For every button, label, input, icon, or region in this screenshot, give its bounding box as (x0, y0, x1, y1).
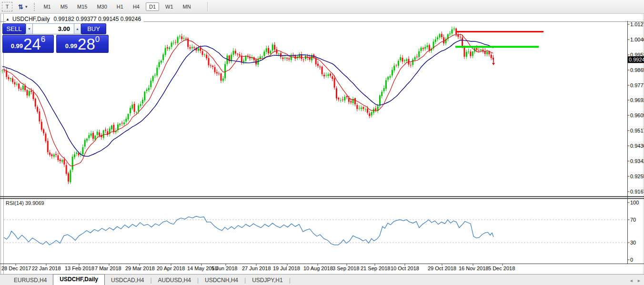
volume-decrease-icon[interactable]: ▼ (26, 23, 33, 34)
tab-usdchf-daily[interactable]: USDCHF,Daily (53, 274, 105, 285)
svg-text:22 Jan 2018: 22 Jan 2018 (32, 265, 61, 271)
tab-scroll-left-icon[interactable]: ◄ (629, 278, 634, 283)
cycle-symbols-button[interactable]: ⇅ ▾ (18, 3, 27, 10)
tab-scroll-arrows: ◄ ► (627, 278, 641, 283)
svg-text:28 Dec 2017: 28 Dec 2017 (1, 265, 31, 271)
svg-text:1.01275: 1.01275 (630, 21, 644, 27)
sell-price-prefix: 0.99 (11, 42, 23, 50)
volume-increase-icon[interactable]: ▲ (74, 23, 81, 34)
timeframe-h1[interactable]: H1 (113, 2, 127, 11)
tab-usdcnh-h4[interactable]: USDCNH,H4 (199, 276, 244, 285)
svg-text:0.92550: 0.92550 (630, 173, 644, 179)
cycle-arrows-icon: ⇅ (18, 3, 23, 10)
svg-text:30: 30 (630, 240, 636, 245)
svg-text:10 Oct 2018: 10 Oct 2018 (391, 265, 419, 271)
timeframe-toolbar: M1M5M15M30H1H4D1W1MN (39, 2, 195, 11)
svg-text:0.96050: 0.96050 (630, 112, 644, 118)
svg-text:10 Aug 2018: 10 Aug 2018 (303, 265, 333, 271)
svg-text:5 Dec 2018: 5 Dec 2018 (488, 265, 515, 271)
tab-eurusd-h4[interactable]: EURUSD,H4 (8, 276, 53, 285)
buy-price-pip: 0 (95, 36, 100, 43)
collapse-icon[interactable]: ▲ (6, 17, 10, 21)
svg-text:0.98650: 0.98650 (630, 67, 644, 73)
svg-text:0.99246: 0.99246 (629, 57, 644, 62)
sell-price-display[interactable]: 0.99 24 6 (2, 35, 54, 53)
svg-text:5 Jun 2018: 5 Jun 2018 (211, 265, 237, 271)
timeframe-m5[interactable]: M5 (57, 2, 71, 11)
svg-text:21 Sep 2018: 21 Sep 2018 (361, 265, 390, 271)
toolbar-separator (207, 2, 208, 11)
text-tool-icon[interactable]: T (2, 2, 12, 11)
tab-usdcad-h4[interactable]: USDCAD,H4 (105, 276, 150, 285)
time-axis[interactable]: 28 Dec 201722 Jan 201813 Feb 20187 Mar 2… (1, 264, 515, 272)
svg-text:0.91675: 0.91675 (630, 189, 644, 194)
svg-text:0.97775: 0.97775 (630, 82, 644, 88)
tab-usdjpy-h1[interactable]: USDJPY,H1 (246, 276, 289, 285)
svg-text:20 Apr 2018: 20 Apr 2018 (157, 265, 185, 271)
chart-tab-bar: EURUSD,H4USDCHF,DailyUSDCAD,H4|AUDUSD,H4… (0, 274, 644, 285)
svg-text:0: 0 (630, 257, 633, 263)
tab-separator: | (289, 277, 291, 284)
svg-text:1.00400: 1.00400 (630, 37, 644, 42)
rsi-indicator-label: RSI(14) 39.9069 (6, 200, 44, 206)
buy-price-main: 28 (78, 37, 95, 51)
svg-text:29 Oct 2018: 29 Oct 2018 (428, 265, 456, 271)
timeframe-m1[interactable]: M1 (40, 2, 54, 11)
svg-text:70: 70 (630, 217, 636, 223)
tab-scroll-right-icon[interactable]: ► (637, 278, 641, 283)
chart-title-bar: ▲ USDCHF,Daily 0.99182 0.99377 0.99145 0… (6, 16, 144, 22)
timeframe-m30[interactable]: M30 (93, 2, 110, 11)
svg-text:0.94300: 0.94300 (630, 143, 644, 149)
one-click-trading-panel: SELL ▼ 3.00 ▲ BUY 0.99 24 6 0.99 28 0 (2, 23, 109, 53)
sell-price-main: 24 (23, 37, 41, 51)
sell-button[interactable]: SELL (2, 23, 26, 34)
timeframe-mn[interactable]: MN (180, 2, 194, 11)
volume-input[interactable]: 3.00 (33, 23, 74, 34)
buy-price-display[interactable]: 0.99 28 0 (56, 35, 109, 53)
timeframe-m15[interactable]: M15 (74, 2, 91, 11)
buy-price-prefix: 0.99 (65, 42, 77, 50)
svg-text:0.96925: 0.96925 (630, 97, 644, 103)
chart-title: USDCHF,Daily (12, 16, 50, 22)
svg-text:3 Sep 2018: 3 Sep 2018 (332, 265, 359, 271)
svg-text:27 Jun 2018: 27 Jun 2018 (242, 265, 271, 271)
tab-audusd-h4[interactable]: AUDUSD,H4 (152, 276, 197, 285)
svg-text:100: 100 (630, 200, 639, 205)
svg-text:16 Nov 2018: 16 Nov 2018 (459, 265, 488, 271)
svg-text:0.95175: 0.95175 (630, 128, 644, 133)
svg-text:0.93425: 0.93425 (630, 158, 644, 164)
timeframe-d1[interactable]: D1 (146, 2, 159, 11)
top-toolbar: T ⇅ ▾ M1M5M15M30H1H4D1W1MN (0, 0, 644, 14)
sell-price-pip: 6 (41, 36, 45, 43)
svg-text:7 Mar 2018: 7 Mar 2018 (95, 265, 121, 271)
svg-text:29 Mar 2018: 29 Mar 2018 (125, 265, 155, 271)
buy-button[interactable]: BUY (81, 23, 106, 34)
svg-text:19 Jul 2018: 19 Jul 2018 (273, 265, 300, 271)
price-axis[interactable]: 1.012751.004000.995250.986500.977750.969… (628, 21, 644, 194)
svg-text:13 Feb 2018: 13 Feb 2018 (65, 265, 94, 271)
chevron-down-icon: ▾ (25, 4, 28, 9)
chart-ohlc-values: 0.99182 0.99377 0.99145 0.99246 (54, 16, 141, 22)
toolbar-grip (34, 3, 35, 11)
mt4-window: 1.012751.004000.995250.986500.977750.969… (0, 0, 644, 285)
timeframe-w1[interactable]: W1 (162, 2, 177, 11)
timeframe-h4[interactable]: H4 (130, 2, 143, 11)
